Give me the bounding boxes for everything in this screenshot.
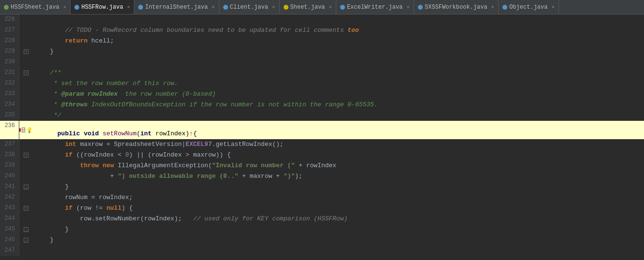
code-content-238: if ((rowIndex < 0) || (rowIndex > maxrow… <box>33 150 644 160</box>
code-line-228: 228 return hcell; <box>0 36 644 46</box>
tab-label-client: Client.java <box>230 4 268 11</box>
line-icons-227 <box>19 25 33 36</box>
line-num-244: 244 <box>0 214 19 224</box>
line-icons-226 <box>19 14 33 25</box>
tab-close-hssf-row[interactable]: × <box>127 4 130 10</box>
tab-excel-writer[interactable]: ExcelWriter.java × <box>336 0 414 14</box>
code-content-241: } <box>33 182 644 192</box>
code-line-246: 246 △ } <box>0 235 644 246</box>
code-editor[interactable]: 226 227 // TODO - RowRecord column bound… <box>0 14 644 260</box>
fold-icon-246[interactable]: △ <box>24 238 29 243</box>
code-content-240: + ") outside allowable range (0.." + max… <box>33 171 644 182</box>
tab-object[interactable]: Object.java × <box>499 0 559 14</box>
tab-close-sheet[interactable]: × <box>329 4 332 10</box>
tab-close-sxssf-workbook[interactable]: × <box>491 4 495 10</box>
line-num-242: 242 <box>0 192 19 203</box>
line-icons-233 <box>19 89 33 100</box>
code-line-243: 243 ▽ if (row != null) { <box>0 203 644 214</box>
line-icons-247 <box>19 246 33 256</box>
tab-label-object: Object.java <box>509 4 547 11</box>
tab-close-internal-sheet[interactable]: × <box>212 4 215 10</box>
tab-close-client[interactable]: × <box>272 4 275 10</box>
line-num-239: 239 <box>0 160 19 171</box>
tab-close-object[interactable]: × <box>551 4 555 10</box>
line-icons-230 <box>19 57 33 68</box>
line-num-229: 229 <box>0 46 19 57</box>
line-num-228: 228 <box>0 36 19 46</box>
code-content-246: } <box>33 235 644 246</box>
tab-client[interactable]: Client.java × <box>219 0 280 14</box>
tab-icon-object <box>502 5 507 10</box>
code-line-235: 235 */ <box>0 110 644 121</box>
tab-icon-excel-writer <box>340 5 345 10</box>
line-icons-244 <box>19 214 33 224</box>
line-num-247: 247 <box>0 246 19 256</box>
code-content-229: } <box>33 46 644 57</box>
code-content-247 <box>33 246 644 256</box>
code-content-242: rowNum = rowIndex; <box>33 192 644 203</box>
line-num-243: 243 <box>0 203 19 214</box>
code-content-239: throw new IllegalArgumentException("Inva… <box>33 160 644 171</box>
code-line-238: 238 ▽ if ((rowIndex < 0) || (rowIndex > … <box>0 150 644 160</box>
tab-hssf-row[interactable]: HSSFRow.java × <box>71 0 134 14</box>
code-content-244: row.setRowNumber(rowIndex); // used only… <box>33 214 644 224</box>
tab-icon-client <box>223 5 228 10</box>
fold-icon-245[interactable]: △ <box>24 227 29 232</box>
tab-hssf-sheet[interactable]: HSSFSheet.java × <box>0 0 71 14</box>
code-content-228: return hcell; <box>33 36 644 46</box>
tab-icon-hssf-sheet <box>4 5 9 10</box>
line-num-241: 241 <box>0 182 19 192</box>
tab-close-excel-writer[interactable]: × <box>406 4 410 10</box>
line-num-240: 240 <box>0 171 19 182</box>
line-icons-229: ▽ <box>19 46 33 57</box>
code-content-227: // TODO - RowRecord column boundaries ne… <box>33 25 644 36</box>
line-num-236: 236 <box>0 121 19 139</box>
fold-icon-236[interactable]: ▽ <box>22 128 25 132</box>
code-content-232: * set the row number of this row. <box>33 78 644 89</box>
tab-icon-sheet <box>284 5 288 10</box>
tab-label-excel-writer: ExcelWriter.java <box>347 4 402 11</box>
tab-icon-hssf-row <box>74 5 79 10</box>
fold-icon-229[interactable]: ▽ <box>24 49 29 54</box>
tab-close-hssf-sheet[interactable]: × <box>63 4 67 10</box>
tab-label-hssf-sheet: HSSFSheet.java <box>11 4 59 11</box>
fold-icon-231[interactable]: ▽ <box>24 71 29 75</box>
bulb-icon-236[interactable]: 💡 <box>26 127 33 133</box>
line-num-227: 227 <box>0 25 19 36</box>
code-content-236: public void setRowNum(int rowIndex)↑{ <box>33 121 644 139</box>
bookmark-icon-236 <box>19 128 21 132</box>
line-icons-239 <box>19 160 33 171</box>
line-icons-243: ▽ <box>19 203 33 214</box>
code-line-236: 236 ▽ 💡 public void setRowNum(int rowInd… <box>0 121 644 139</box>
line-num-233: 233 <box>0 89 19 100</box>
line-num-226: 226 <box>0 14 19 25</box>
code-line-229: 229 ▽ } <box>0 46 644 57</box>
code-line-233: 233 * @param rowIndex the row number (0-… <box>0 89 644 100</box>
tab-bar: HSSFSheet.java × HSSFRow.java × Internal… <box>0 0 644 14</box>
line-icons-246: △ <box>19 235 33 246</box>
code-content-231: /** <box>33 68 644 78</box>
fold-icon-238[interactable]: ▽ <box>24 153 29 158</box>
tab-sxssf-workbook[interactable]: SXSSFWorkbook.java × <box>414 0 499 14</box>
line-icons-242 <box>19 192 33 203</box>
fold-icon-241[interactable]: △ <box>24 185 29 189</box>
tab-internal-sheet[interactable]: InternalSheet.java × <box>134 0 219 14</box>
line-icons-241: △ <box>19 182 33 192</box>
line-icons-237 <box>19 139 33 150</box>
code-line-237: 237 int maxrow = SpreadsheetVersion|EXCE… <box>0 139 644 150</box>
line-num-230: 230 <box>0 57 19 68</box>
code-line-227: 227 // TODO - RowRecord column boundarie… <box>0 25 644 36</box>
line-icons-234 <box>19 100 33 110</box>
tab-sheet[interactable]: Sheet.java × <box>280 0 337 14</box>
code-line-247: 247 <box>0 246 644 256</box>
line-num-246: 246 <box>0 235 19 246</box>
line-num-232: 232 <box>0 78 19 89</box>
line-num-235: 235 <box>0 110 19 121</box>
tab-label-sheet: Sheet.java <box>290 4 325 11</box>
fold-icon-243[interactable]: ▽ <box>24 206 29 211</box>
line-num-237: 237 <box>0 139 19 150</box>
line-num-238: 238 <box>0 150 19 160</box>
tab-icon-internal-sheet <box>138 5 143 10</box>
line-num-231: 231 <box>0 68 19 78</box>
line-icons-245: △ <box>19 224 33 235</box>
